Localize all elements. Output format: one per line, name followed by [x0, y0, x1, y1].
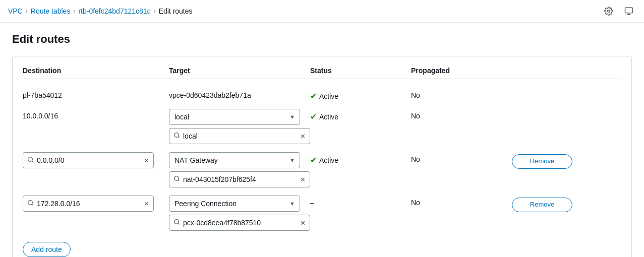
check-icon: ✔ [310, 155, 317, 165]
status-active: ✔ Active [310, 109, 411, 121]
clear-icon[interactable]: ✕ [300, 133, 306, 140]
destination-value: pl-7ba54012 [23, 88, 169, 99]
clear-icon[interactable]: ✕ [300, 176, 306, 183]
target-select[interactable]: local NAT Gateway Peering Connection Int… [169, 109, 300, 125]
breadcrumb-sep-1: › [26, 8, 28, 15]
breadcrumb-route-tables[interactable]: Route tables [31, 7, 71, 15]
page-title: Edit routes [12, 33, 632, 46]
remove-button[interactable]: Remove [512, 198, 572, 212]
target-select[interactable]: local NAT Gateway Peering Connection Int… [169, 152, 300, 168]
propagated-value: No [411, 196, 512, 207]
page-content: Edit routes Destination Target Status Pr… [0, 23, 644, 257]
table-row: 10.0.0.0/16 local NAT Gateway Peering Co… [23, 104, 621, 147]
svg-point-0 [608, 10, 610, 13]
top-bar-icons [602, 4, 636, 18]
routes-card: Destination Target Status Propagated pl-… [12, 56, 632, 257]
svg-line-11 [32, 204, 33, 205]
breadcrumb-vpc[interactable]: VPC [8, 7, 23, 15]
top-bar: VPC › Route tables › rtb-0fefc24bd7121c8… [0, 0, 644, 23]
target-search-wrapper[interactable]: ✕ [169, 215, 310, 231]
col-actions [512, 67, 572, 75]
target-search-input[interactable] [183, 132, 297, 140]
status-label: Active [319, 156, 338, 164]
table-row: ✕ local NAT Gateway Peering Connection I… [23, 147, 621, 190]
col-destination: Destination [23, 67, 169, 75]
add-route-button[interactable]: Add route [23, 242, 71, 257]
svg-line-9 [178, 180, 179, 181]
svg-point-10 [28, 201, 33, 205]
svg-point-12 [174, 220, 179, 224]
breadcrumb-current: Edit routes [159, 7, 193, 15]
breadcrumb-sep-3: › [154, 8, 156, 15]
destination-input-wrapper[interactable]: ✕ [23, 196, 154, 212]
svg-line-13 [178, 223, 179, 224]
breadcrumb-sep-2: › [73, 8, 75, 15]
target-select-wrapper: local NAT Gateway Peering Connection Int… [169, 109, 300, 125]
settings-icon[interactable] [602, 4, 616, 18]
destination-value: 10.0.0.0/16 [23, 109, 169, 120]
target-select-wrapper: local NAT Gateway Peering Connection Int… [169, 152, 300, 168]
search-icon [27, 156, 34, 164]
table-row: pl-7ba54012 vpce-0d60423dab2feb71a ✔ Act… [23, 83, 621, 104]
status-active: ✔ Active [310, 152, 411, 165]
propagated-value: No [411, 109, 512, 120]
destination-input-wrapper[interactable]: ✕ [23, 152, 154, 168]
status-label: Active [319, 113, 338, 121]
target-select-wrapper: local NAT Gateway Peering Connection Int… [169, 196, 300, 212]
status-active: ✔ Active [310, 88, 411, 101]
search-icon [173, 132, 180, 140]
terminal-icon[interactable] [622, 4, 636, 18]
remove-button[interactable]: Remove [512, 154, 572, 169]
check-icon: ✔ [310, 112, 317, 121]
target-value: vpce-0d60423dab2feb71a [169, 88, 310, 99]
col-target: Target [169, 67, 310, 75]
svg-point-4 [174, 133, 179, 138]
breadcrumb-rtb-id[interactable]: rtb-0fefc24bd7121c81c [78, 7, 150, 15]
target-search-input[interactable] [183, 219, 297, 227]
check-icon: ✔ [310, 91, 317, 101]
destination-input[interactable] [37, 200, 141, 208]
svg-line-5 [178, 137, 179, 138]
status-label: Active [319, 92, 338, 100]
propagated-value: No [411, 88, 512, 99]
target-select[interactable]: local NAT Gateway Peering Connection Int… [169, 196, 300, 212]
breadcrumb: VPC › Route tables › rtb-0fefc24bd7121c8… [8, 7, 193, 15]
svg-point-8 [174, 176, 179, 181]
destination-input[interactable] [37, 156, 141, 164]
clear-icon[interactable]: ✕ [300, 219, 306, 227]
table-header: Destination Target Status Propagated [23, 67, 621, 79]
svg-rect-1 [625, 8, 633, 13]
clear-icon[interactable]: ✕ [144, 157, 149, 164]
svg-line-7 [32, 161, 33, 162]
col-propagated: Propagated [411, 67, 512, 75]
target-search-wrapper[interactable]: ✕ [169, 128, 310, 144]
svg-point-6 [28, 157, 33, 162]
search-icon [173, 219, 180, 227]
search-icon [173, 175, 180, 183]
propagated-value: No [411, 152, 512, 163]
target-search-input[interactable] [183, 175, 297, 183]
col-status: Status [310, 67, 411, 75]
clear-icon[interactable]: ✕ [144, 200, 149, 208]
table-row: ✕ local NAT Gateway Peering Connection I… [23, 190, 621, 234]
target-search-wrapper[interactable]: ✕ [169, 171, 310, 187]
status-dash: – [310, 196, 411, 207]
search-icon [27, 200, 34, 208]
